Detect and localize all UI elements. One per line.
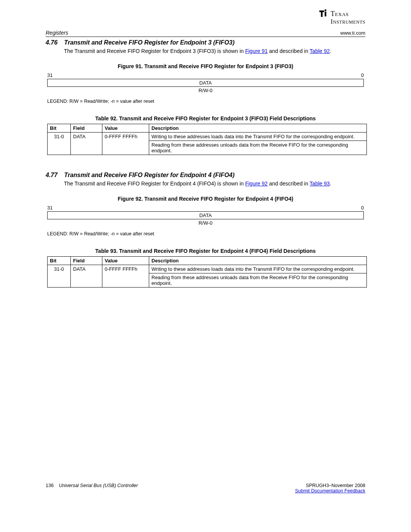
section-fifo4: 4.77 Transmit and Receive FIFO Register … bbox=[46, 172, 365, 288]
section-number: 4.76 bbox=[46, 39, 62, 46]
field-description-table: Bit Field Value Description 31-0 DATA 0-… bbox=[47, 256, 367, 288]
td-desc2: Reading from these addresses unloads dat… bbox=[149, 273, 367, 287]
bit-low: 0 bbox=[361, 205, 364, 211]
header-bar: Registers www.ti.com bbox=[46, 30, 365, 37]
section-title: Transmit and Receive FIFO Register for E… bbox=[64, 172, 234, 178]
header-section-name: Registers bbox=[46, 30, 68, 36]
th-desc: Description bbox=[149, 256, 367, 265]
figure-caption: Figure 92. Transmit and Receive FIFO Reg… bbox=[46, 196, 365, 202]
ti-logo-icon bbox=[318, 8, 328, 19]
section-number: 4.77 bbox=[46, 172, 62, 179]
footer-doc-id: SPRUGH3–November 2008 bbox=[295, 483, 365, 488]
td-bit: 31-0 bbox=[48, 132, 71, 155]
table-row: 31-0 DATA 0-FFFF FFFFh Writing to these … bbox=[48, 132, 367, 141]
table-header-row: Bit Field Value Description bbox=[48, 256, 367, 265]
table-link[interactable]: Table 93 bbox=[310, 181, 330, 187]
logo-text-line2: Instruments bbox=[331, 18, 365, 26]
section-heading: 4.76 Transmit and Receive FIFO Register … bbox=[46, 39, 365, 46]
bit-label-row: 31 0 bbox=[47, 72, 364, 78]
th-value: Value bbox=[102, 124, 149, 132]
intro-text: The Transmit and Receive FIFO Register f… bbox=[64, 180, 365, 187]
legend-text: LEGEND: R/W = Read/Write; -n = value aft… bbox=[47, 231, 365, 236]
th-bit: Bit bbox=[48, 256, 71, 265]
th-desc: Description bbox=[149, 124, 367, 132]
rw-label: R/W-0 bbox=[46, 220, 365, 226]
td-desc2: Reading from these addresses unloads dat… bbox=[149, 141, 367, 155]
header-url: www.ti.com bbox=[340, 30, 365, 36]
figure-caption: Figure 91. Transmit and Receive FIFO Reg… bbox=[46, 63, 365, 69]
td-field: DATA bbox=[71, 132, 102, 155]
section-heading: 4.77 Transmit and Receive FIFO Register … bbox=[46, 172, 365, 179]
ti-logo-block: Texas Instruments bbox=[318, 8, 365, 26]
bit-high: 31 bbox=[47, 205, 53, 211]
bit-high: 31 bbox=[47, 72, 53, 78]
table-link[interactable]: Table 92 bbox=[310, 48, 330, 54]
bit-label-row: 31 0 bbox=[47, 205, 364, 211]
figure-link[interactable]: Figure 92 bbox=[245, 181, 268, 187]
page-number: 136 bbox=[46, 483, 54, 488]
legend-text: LEGEND: R/W = Read/Write; -n = value aft… bbox=[47, 99, 365, 104]
th-bit: Bit bbox=[48, 124, 71, 132]
table-row: 31-0 DATA 0-FFFF FFFFh Writing to these … bbox=[48, 265, 367, 273]
table-caption: Table 93. Transmit and Receive FIFO Regi… bbox=[46, 248, 365, 254]
td-bit: 31-0 bbox=[48, 265, 71, 287]
register-field-box: DATA bbox=[47, 211, 364, 219]
logo-text-line1: Texas bbox=[331, 10, 349, 18]
register-field-box: DATA bbox=[47, 79, 364, 87]
th-field: Field bbox=[71, 256, 102, 265]
page-footer: 136 Universal Serial Bus (USB) Controlle… bbox=[46, 483, 365, 494]
table-caption: Table 92. Transmit and Receive FIFO Regi… bbox=[46, 115, 365, 121]
td-desc1: Writing to these addresses loads data in… bbox=[149, 132, 367, 141]
figure-link[interactable]: Figure 91 bbox=[245, 48, 268, 54]
bit-low: 0 bbox=[361, 72, 364, 78]
section-title: Transmit and Receive FIFO Register for E… bbox=[64, 39, 234, 46]
td-value: 0-FFFF FFFFh bbox=[102, 132, 149, 155]
td-value: 0-FFFF FFFFh bbox=[102, 265, 149, 287]
rw-label: R/W-0 bbox=[46, 88, 365, 93]
section-fifo3: 4.76 Transmit and Receive FIFO Register … bbox=[46, 39, 365, 155]
footer-feedback-link[interactable]: Submit Documentation Feedback bbox=[295, 488, 365, 494]
th-value: Value bbox=[102, 256, 149, 265]
td-desc1: Writing to these addresses loads data in… bbox=[149, 265, 367, 273]
td-field: DATA bbox=[71, 265, 102, 287]
footer-doc-title: Universal Serial Bus (USB) Controller bbox=[59, 483, 138, 488]
th-field: Field bbox=[71, 124, 102, 132]
intro-text: The Transmit and Receive FIFO Register f… bbox=[64, 48, 365, 55]
field-description-table: Bit Field Value Description 31-0 DATA 0-… bbox=[47, 124, 367, 155]
table-header-row: Bit Field Value Description bbox=[48, 124, 367, 132]
